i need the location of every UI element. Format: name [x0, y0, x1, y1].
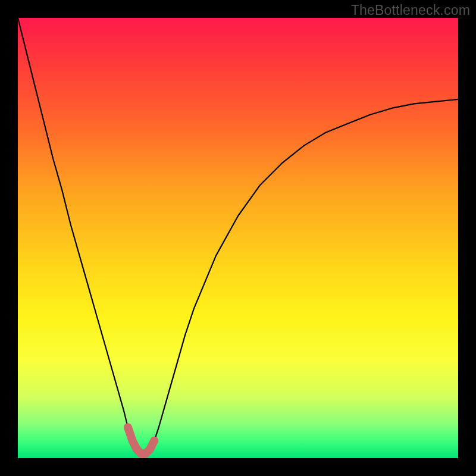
- curve-svg: [18, 18, 458, 458]
- plot-area: [18, 18, 458, 458]
- bottleneck-curve: [18, 18, 458, 454]
- chart-frame: TheBottleneck.com: [0, 0, 476, 476]
- watermark-text: TheBottleneck.com: [351, 2, 470, 18]
- highlight-segment: [128, 427, 154, 453]
